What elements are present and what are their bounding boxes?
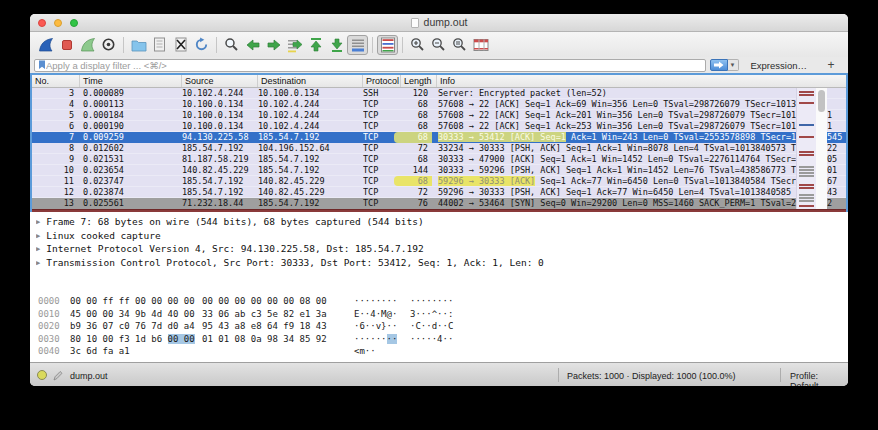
packet-row[interactable]: 50.00018410.100.0.13410.102.4.244TCP6857… [32,110,846,121]
close-file-icon[interactable] [170,35,191,55]
document-icon [411,18,419,28]
display-filter-input[interactable] [46,60,702,71]
packet-row[interactable]: 60.00019010.100.0.13410.102.4.244TCP6857… [32,121,846,132]
hex-row[interactable]: 0020b9 36 07 c0 76 7d d0 a495 43 a8 e8 6… [38,320,848,333]
hex-row[interactable]: 00403c 6d fa a1<m·· [38,345,848,358]
window-title: dump.out [424,16,468,28]
packet-list-header: No. Time Source Destination Protocol Len… [32,75,846,88]
packet-row[interactable]: 100.023654140.82.45.229185.54.7.192TCP14… [32,165,846,176]
statusbar-packet-counts: Packets: 1000 · Displayed: 1000 (100.0%) [567,371,736,381]
column-header-protocol[interactable]: Protocol [363,75,401,87]
hex-row[interactable]: 003080 10 00 f3 1d b6 00 0001 01 08 0a 9… [38,333,848,346]
selected-bytes: 00 00 [168,334,195,344]
reload-file-icon[interactable] [191,35,212,55]
column-header-time[interactable]: Time [80,75,182,87]
hex-row[interactable]: 001045 00 00 34 9b 4d 40 0033 06 ab c3 5… [38,308,848,321]
packet-row-syn[interactable]: 130.02556171.232.18.44185.54.7.192TCP764… [32,198,846,209]
add-filter-button[interactable]: + [824,58,838,72]
scrollbar-thumb[interactable] [818,90,825,112]
bookmark-icon[interactable] [38,60,46,70]
statusbar-profile[interactable]: Profile: Default [790,371,848,386]
column-header-no[interactable]: No. [32,75,80,87]
column-header-destination[interactable]: Destination [258,75,363,87]
zoom-in-icon[interactable] [407,35,428,55]
main-toolbar [30,32,848,57]
column-header-length[interactable]: Length [401,75,437,87]
hex-row[interactable]: 000000 00 ff ff 00 00 00 0000 00 00 00 0… [38,295,848,308]
zoom-out-icon[interactable] [428,35,449,55]
first-packet-icon[interactable] [305,35,326,55]
packet-row[interactable]: 110.023747185.54.7.192140.82.45.229TCP68… [32,176,846,187]
statusbar-divider [558,368,559,382]
intelligent-scrollbar-minimap[interactable] [796,88,816,209]
open-file-icon[interactable] [128,35,149,55]
detail-linux-cooked[interactable]: ▶Linux cooked capture [36,229,848,243]
wireshark-window: dump.out ▼ Expression… [30,14,848,386]
selected-ascii: ·· [387,334,398,344]
packet-bytes-pane: 000000 00 ff ff 00 00 00 0000 00 00 00 0… [30,288,848,362]
column-header-info[interactable]: Info [437,75,846,87]
packet-row[interactable]: 80.012602185.54.7.192104.196.152.64TCP72… [32,143,846,154]
display-filter-field[interactable] [34,59,706,72]
next-packet-icon[interactable] [263,35,284,55]
detail-tcp[interactable]: ▶Transmission Control Protocol, Src Port… [36,256,848,270]
detail-frame[interactable]: ▶Frame 7: 68 bytes on wire (544 bits), 6… [36,215,848,229]
highlight-annotation: 59296 → 30333 [ACK] [438,176,535,186]
column-header-source[interactable]: Source [182,75,258,87]
apply-filter-button[interactable] [710,59,728,71]
colorize-icon[interactable] [377,35,398,55]
packet-row-selected[interactable]: 70.00925994.130.225.58185.54.7.192TCP683… [32,132,846,143]
go-to-packet-icon[interactable] [284,35,305,55]
packet-row[interactable]: 120.023874185.54.7.192140.82.45.229TCP72… [32,187,846,198]
last-packet-icon[interactable] [326,35,347,55]
start-capture-icon[interactable] [35,35,56,55]
resize-columns-icon[interactable] [470,35,491,55]
statusbar-filename: dump.out [70,371,108,381]
find-packet-icon[interactable] [221,35,242,55]
auto-scroll-icon[interactable] [347,35,368,55]
expert-info-icon[interactable] [37,370,47,380]
expand-triangle-icon[interactable]: ▶ [36,245,40,253]
partial-next-row [32,209,846,212]
restart-capture-icon[interactable] [77,35,98,55]
filter-dropdown-caret[interactable]: ▼ [728,59,739,71]
status-bar: dump.out Packets: 1000 · Displayed: 1000… [30,362,848,386]
vertical-scrollbar[interactable] [816,88,827,209]
expand-triangle-icon[interactable]: ▶ [36,232,40,240]
expand-triangle-icon[interactable]: ▶ [36,259,40,267]
packet-details-pane: ▶Frame 7: 68 bytes on wire (544 bits), 6… [30,212,848,288]
packet-row[interactable]: 30.00008910.102.4.24410.100.0.134SSH120S… [32,88,846,99]
detail-ipv4[interactable]: ▶Internet Protocol Version 4, Src: 94.13… [36,242,848,256]
packet-row[interactable]: 90.02153181.187.58.219185.54.7.192TCP683… [32,154,846,165]
zoom-reset-icon[interactable] [449,35,470,55]
stop-capture-icon[interactable] [56,35,77,55]
packet-row[interactable]: 40.00011310.100.0.13410.102.4.244TCP6857… [32,99,846,110]
packet-list-pane: No. Time Source Destination Protocol Len… [30,73,848,212]
packet-rows: 30.00008910.102.4.24410.100.0.134SSH120S… [32,88,846,212]
highlight-annotation: 30333 → 53412 [ACK] Seq=1 [438,132,566,142]
title-bar: dump.out [30,14,848,32]
statusbar-divider [780,368,781,382]
expand-triangle-icon[interactable]: ▶ [36,218,40,226]
filter-bar: ▼ Expression… + [30,57,848,73]
expression-button[interactable]: Expression… [751,60,808,71]
annotation-pencil-icon[interactable] [53,370,63,383]
save-file-icon[interactable] [149,35,170,55]
previous-packet-icon[interactable] [242,35,263,55]
capture-options-icon[interactable] [98,35,119,55]
